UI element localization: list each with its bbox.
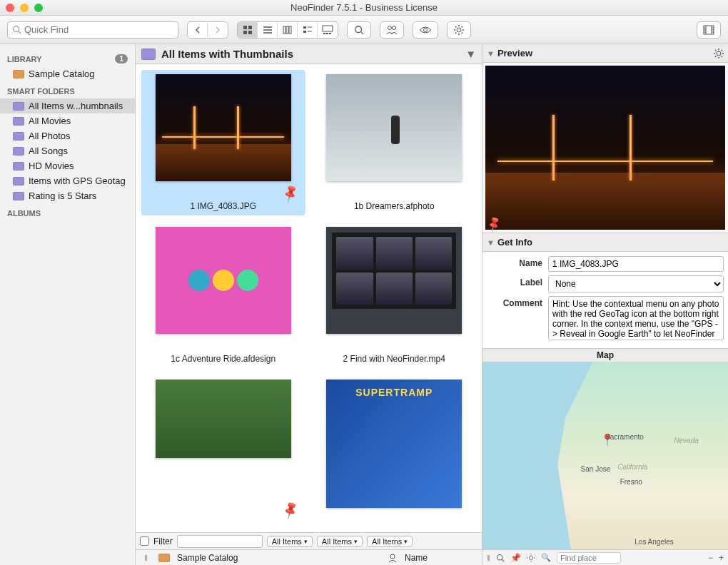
filter-pill-1[interactable]: All Items ▾ bbox=[267, 536, 313, 547]
zoom-in-icon[interactable]: + bbox=[719, 553, 724, 563]
thumbnail-item[interactable]: 1b Dreamers.afphoto bbox=[313, 70, 477, 215]
search-icon[interactable] bbox=[496, 554, 505, 562]
view-list-button[interactable] bbox=[258, 22, 278, 38]
svg-rect-12 bbox=[303, 26, 306, 29]
catalog-icon bbox=[158, 554, 170, 562]
svg-point-25 bbox=[457, 28, 461, 32]
sidebar-item-all-photos[interactable]: All Photos bbox=[0, 128, 135, 143]
path-toggle-icon[interactable]: ⦀ bbox=[140, 553, 151, 563]
status-name: Name bbox=[405, 553, 428, 563]
thumbnail-item[interactable]: SUPERTRAMP bbox=[313, 375, 477, 532]
thumbnail-item[interactable]: 2 Find with NeoFinder.mp4 bbox=[313, 223, 477, 368]
thumbnail-image bbox=[156, 380, 291, 458]
geotag-pin-icon: 📌 bbox=[279, 183, 300, 204]
svg-point-24 bbox=[424, 28, 428, 31]
svg-point-22 bbox=[388, 26, 392, 29]
nav-forward-button[interactable] bbox=[208, 22, 228, 38]
view-gallery-button[interactable] bbox=[318, 22, 338, 38]
sidebar-item-gps-geotag[interactable]: Items with GPS Geotag bbox=[0, 173, 135, 188]
svg-rect-18 bbox=[326, 33, 328, 34]
sidebar-item-all-songs[interactable]: All Songs bbox=[0, 143, 135, 158]
sidebar-item-rating-5[interactable]: Rating is 5 Stars bbox=[0, 188, 135, 203]
map-city-label: San Jose bbox=[581, 465, 611, 473]
filter-text-input[interactable] bbox=[177, 535, 263, 548]
map-view[interactable]: 📍 Sacramento San Jose Fresno Los Angeles… bbox=[482, 362, 728, 549]
name-field[interactable] bbox=[548, 256, 724, 272]
map-grip-icon[interactable]: ⦀ bbox=[487, 553, 490, 563]
svg-point-0 bbox=[14, 26, 19, 32]
svg-line-31 bbox=[462, 32, 462, 33]
field-label-comment: Comment bbox=[487, 296, 542, 308]
thumbnail-image bbox=[326, 74, 462, 181]
thumbnail-label: 2 Find with NeoFinder.mp4 bbox=[343, 354, 445, 364]
search-button[interactable] bbox=[347, 21, 371, 39]
quick-find-search[interactable] bbox=[7, 21, 178, 39]
svg-line-54 bbox=[502, 559, 504, 561]
map-search-input[interactable] bbox=[557, 552, 621, 564]
filter-pill-3[interactable]: All Items ▾ bbox=[367, 536, 413, 547]
sidebar-item-all-thumbnails[interactable]: All Items w...humbnails bbox=[0, 98, 135, 113]
svg-rect-11 bbox=[289, 26, 291, 34]
sidebar-item-hd-movies[interactable]: HD Movies bbox=[0, 158, 135, 173]
smartfolder-icon bbox=[13, 177, 24, 185]
svg-line-32 bbox=[455, 32, 456, 33]
view-detail-button[interactable] bbox=[298, 22, 318, 38]
view-icon-button[interactable] bbox=[238, 22, 258, 38]
nav-back-button[interactable] bbox=[188, 22, 208, 38]
thumbnail-image bbox=[326, 227, 462, 334]
svg-line-50 bbox=[722, 56, 722, 56]
map-city-label: Los Angeles bbox=[635, 538, 674, 546]
thumbnail-image: SUPERTRAMP bbox=[326, 380, 462, 508]
pin-icon[interactable]: 📌 bbox=[510, 553, 521, 563]
getinfo-body: Name Label None Comment Hint: Use the co… bbox=[482, 252, 728, 348]
thumbnail-label: 1b Dreamers.afphoto bbox=[354, 201, 435, 211]
thumbnail-item[interactable]: 📌 1 IMG_4083.JPG bbox=[141, 70, 305, 215]
preview-image: 📌 bbox=[485, 66, 725, 230]
disclosure-icon[interactable]: ▼ bbox=[487, 49, 495, 58]
svg-rect-5 bbox=[248, 31, 252, 34]
geotag-pin-icon: 📌 bbox=[279, 499, 300, 521]
quick-find-input[interactable] bbox=[24, 24, 173, 35]
preview-toggle-button[interactable] bbox=[413, 21, 438, 39]
content-header: All Items with Thumbnails ▼ bbox=[136, 44, 482, 64]
field-label-label: Label bbox=[487, 275, 542, 287]
zoom-out-icon[interactable]: − bbox=[708, 553, 713, 563]
filter-checkbox[interactable] bbox=[140, 536, 149, 546]
thumbnail-item[interactable]: 1c Adventure Ride.afdesign bbox=[141, 223, 305, 368]
comment-field[interactable]: Hint: Use the contextual menu on any pho… bbox=[548, 296, 724, 340]
disclosure-icon[interactable]: ▼ bbox=[487, 238, 495, 247]
person-icon bbox=[388, 553, 398, 563]
svg-rect-3 bbox=[248, 26, 252, 29]
svg-rect-14 bbox=[303, 31, 306, 33]
svg-point-43 bbox=[390, 554, 395, 559]
thumbnail-label: 1c Adventure Ride.afdesign bbox=[171, 354, 275, 364]
sidebar-item-all-movies[interactable]: All Movies bbox=[0, 113, 135, 128]
window-title: NeoFinder 7.5.1 - Business License bbox=[0, 2, 728, 13]
gear-icon[interactable] bbox=[527, 554, 535, 562]
filter-pill-2[interactable]: All Items ▾ bbox=[317, 536, 363, 547]
dropdown-icon[interactable]: ▼ bbox=[465, 48, 476, 60]
thumbnail-item[interactable]: 📌 bbox=[141, 375, 305, 532]
svg-point-55 bbox=[529, 556, 532, 559]
sidebar-item-sample-catalog[interactable]: Sample Catalog bbox=[0, 66, 135, 81]
titlebar: NeoFinder 7.5.1 - Business License bbox=[0, 0, 728, 16]
svg-rect-2 bbox=[243, 26, 247, 29]
svg-point-53 bbox=[497, 554, 503, 560]
thumbnail-image bbox=[156, 227, 291, 334]
settings-button[interactable] bbox=[447, 21, 471, 39]
catalog-icon bbox=[13, 70, 24, 78]
nav-back-forward bbox=[187, 21, 228, 39]
people-button[interactable] bbox=[380, 21, 404, 39]
gear-icon[interactable] bbox=[714, 49, 724, 58]
thumbnail-grid: 📌 1 IMG_4083.JPG 1b Dreamers.afphoto 1c … bbox=[136, 64, 482, 532]
film-button[interactable] bbox=[697, 21, 721, 39]
thumbnail-image bbox=[156, 74, 291, 181]
sidebar-albums-header: ALBUMS bbox=[0, 203, 135, 220]
svg-rect-19 bbox=[329, 33, 331, 34]
preview-header: ▼ Preview bbox=[482, 44, 728, 63]
view-column-button[interactable] bbox=[278, 22, 298, 38]
label-select[interactable]: None bbox=[548, 275, 724, 292]
smartfolder-icon bbox=[13, 162, 24, 170]
svg-rect-10 bbox=[286, 26, 288, 34]
svg-line-30 bbox=[455, 26, 456, 27]
